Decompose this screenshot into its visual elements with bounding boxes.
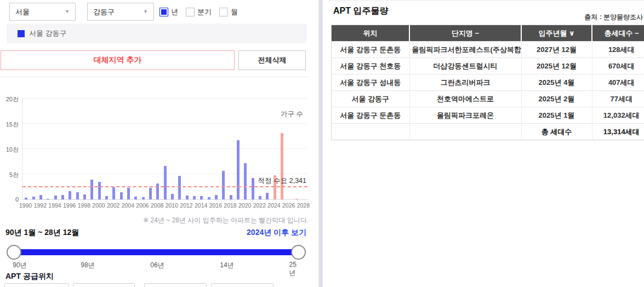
slider-tick-label: 14년 — [220, 261, 233, 270]
table-cell: 서울 강동구 천호동 — [332, 58, 410, 74]
gridline — [22, 123, 307, 124]
bar-2014 — [200, 196, 203, 199]
bar-2012 — [186, 196, 189, 199]
table-header-1[interactable]: 단지명 − — [409, 25, 521, 42]
x-axis-tick-label: 2026 — [281, 202, 297, 209]
table-header-2[interactable]: 입주년월 ∨ — [521, 25, 592, 42]
table-cell: 더샵강동센트럴시티 — [409, 58, 521, 74]
slider-tick-label: 06년 — [150, 261, 164, 270]
period-checkbox-label: 년 — [171, 7, 178, 17]
supply-location-title: APT 공급위치 — [5, 272, 54, 282]
slider-handle-end[interactable] — [291, 245, 306, 260]
table-header-0[interactable]: 위치 — [332, 25, 410, 42]
bar-1994 — [54, 196, 57, 199]
x-axis-tick-label: 2010 — [163, 202, 180, 209]
x-axis-tick-label: 2002 — [105, 202, 122, 209]
chevron-down-icon: ▼ — [65, 9, 70, 14]
horizontal-divider — [0, 77, 310, 77]
bar-1992 — [39, 195, 42, 199]
right-panel: APT 입주물량 출처 : 분양물량조사 위치단지명 −입주년월 ∨총세대수 −… — [329, 0, 644, 287]
clear-all-button[interactable]: 전체삭제 — [238, 50, 306, 70]
supply-location-tab[interactable] — [4, 283, 69, 287]
range-row: 90년 1월 ~ 28년 12월 2024년 이후 보기 — [5, 228, 306, 238]
chart-legend: 서울 강동구 — [7, 24, 307, 43]
table-cell: 2025년 1월 — [521, 107, 592, 124]
bar-2016 — [215, 195, 218, 199]
x-axis-tick-label: 2000 — [90, 202, 107, 209]
panel-divider-scrollbar[interactable] — [318, 0, 323, 287]
range-label: 90년 1월 ~ 28년 12월 — [5, 228, 79, 238]
bar-2009 — [164, 166, 167, 199]
x-axis-tick-label: 2028 — [295, 202, 311, 209]
x-axis-tick-label: 1998 — [76, 202, 92, 209]
occupancy-volume-title: APT 입주물량 — [333, 5, 388, 17]
supply-location-tab[interactable] — [211, 283, 273, 287]
checkbox-checked-icon[interactable] — [159, 8, 168, 16]
slider-track[interactable] — [8, 249, 305, 255]
table-cell: 2025년 2월 — [521, 91, 592, 107]
table-cell: 서울 강동구 둔촌동 — [332, 42, 410, 58]
chart-plot-area: 가구 수 적정 수요 2,341 — [22, 99, 307, 200]
supply-location-tab[interactable] — [73, 283, 135, 287]
view-after-2024-link[interactable]: 2024년 이후 보기 — [247, 228, 306, 238]
x-axis-tick-label: 2012 — [178, 202, 195, 209]
bar-2003 — [120, 192, 123, 199]
table-cell: 13,314세대 — [592, 124, 644, 140]
bar-1993 — [47, 199, 49, 199]
bar-1998 — [83, 194, 86, 199]
table-header-3[interactable]: 총세대수 − — [592, 25, 644, 42]
y-axis-tick-label: 10천 — [0, 146, 19, 154]
period-checkbox-group: 년분기월 — [159, 3, 238, 21]
table-cell — [409, 124, 521, 140]
checkbox-unchecked-icon[interactable] — [186, 8, 195, 16]
bar-2027 — [295, 199, 298, 199]
table-cell: 2025년 4월 — [521, 74, 592, 91]
bar-2005 — [134, 197, 137, 199]
period-checkbox-월[interactable]: 월 — [219, 7, 238, 17]
x-axis-tick-label: 2006 — [134, 202, 151, 209]
x-axis-tick-label: 2024 — [266, 202, 282, 209]
bar-2025 — [281, 133, 283, 199]
left-panel: 서울 ▼ 강동구 ▼ 년분기월 서울 강동구 대체지역 추가 전체삭제 가구 수… — [0, 0, 310, 287]
adequate-demand-line — [22, 186, 307, 187]
bar-2004 — [127, 188, 130, 199]
year-range-slider — [7, 244, 306, 260]
chevron-down-icon: ▼ — [143, 9, 148, 14]
table-row: 서울 강동구 성내동그란츠리버파크2025년 4월407세대 — [332, 74, 644, 91]
y-axis-tick-label: 20천 — [0, 95, 19, 104]
table-cell: 총 세대수 — [521, 124, 592, 140]
add-alternative-region-button[interactable]: 대체지역 추가 — [1, 50, 235, 70]
slider-tick-labels: 90년98년06년14년25년 — [0, 261, 310, 268]
bar-2019 — [237, 140, 240, 199]
bar-2020 — [244, 163, 247, 199]
x-axis-tick-label: 1996 — [61, 202, 78, 209]
bar-1995 — [61, 195, 64, 199]
bar-2015 — [208, 197, 210, 199]
y-axis-tick-label: 0 — [0, 196, 19, 203]
x-axis-tick-label: 2020 — [237, 202, 253, 209]
bar-2001 — [105, 196, 108, 199]
data-source-label: 출처 : 분양물량조사 — [584, 13, 643, 22]
region-select[interactable]: 서울 ▼ — [9, 3, 76, 21]
chart-footnote: ※ 24년 ~ 28년 사이 입주하는 아파트는 빨간막대 입니다. — [0, 216, 309, 225]
legend-color-swatch — [18, 30, 25, 37]
supply-bar-chart: 가구 수 적정 수요 2,341 05천10천15천20천19901992199… — [0, 90, 310, 215]
gridline — [22, 98, 307, 99]
table-cell: 407세대 — [592, 74, 644, 91]
period-checkbox-년[interactable]: 년 — [159, 7, 178, 17]
table-row: 서울 강동구 둔촌동올림픽파크포레온2025년 1월12,032세대 — [332, 107, 644, 124]
x-axis-tick-label: 1990 — [18, 202, 34, 209]
period-checkbox-분기[interactable]: 분기 — [186, 7, 212, 17]
bar-2002 — [112, 187, 115, 199]
district-select[interactable]: 강동구 ▼ — [87, 3, 154, 21]
x-axis-tick-label: 2014 — [193, 202, 209, 209]
supply-location-tab[interactable] — [144, 283, 207, 287]
x-axis-tick-label: 2004 — [119, 202, 136, 209]
slider-handle-start[interactable] — [7, 245, 21, 260]
bar-2000 — [98, 182, 101, 199]
table-row: 서울 강동구 천호동더샵강동센트럴시티2025년 12월670세대 — [332, 58, 644, 74]
bar-1997 — [76, 192, 79, 199]
table-cell: 2025년 12월 — [521, 58, 592, 74]
checkbox-unchecked-icon[interactable] — [219, 8, 228, 16]
chart-unit-label: 가구 수 — [281, 110, 303, 119]
